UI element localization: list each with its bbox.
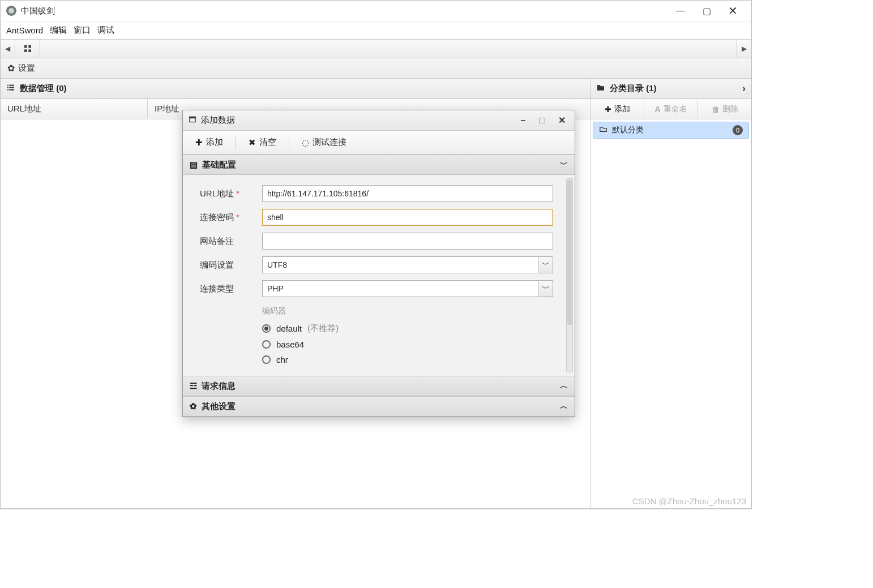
section-request-title: 请求信息 bbox=[202, 381, 236, 392]
chevron-down-icon: ﹀ bbox=[538, 281, 553, 297]
dialog-maximize-button[interactable]: □ bbox=[535, 115, 550, 126]
svg-rect-12 bbox=[190, 117, 196, 118]
category-list: 默认分类 0 bbox=[590, 119, 751, 508]
encoders-title: 编码器 bbox=[262, 306, 563, 316]
svg-rect-4 bbox=[28, 49, 31, 52]
folder-icon bbox=[596, 83, 605, 94]
menu-window[interactable]: 窗口 bbox=[74, 25, 91, 36]
chevron-up-icon: ︿ bbox=[560, 381, 568, 391]
dialog-minimize-button[interactable]: – bbox=[516, 115, 530, 126]
chevron-right-icon[interactable]: › bbox=[742, 83, 746, 95]
encoder-option-default[interactable]: default (不推荐) bbox=[262, 323, 563, 334]
folder-open-icon bbox=[599, 125, 607, 135]
gear-icon: ✿ bbox=[7, 63, 15, 74]
category-item-default[interactable]: 默认分类 0 bbox=[593, 122, 749, 139]
svg-rect-5 bbox=[7, 85, 8, 86]
form-scrollbar[interactable] bbox=[566, 178, 573, 372]
dialog-close-button[interactable]: ✕ bbox=[554, 115, 569, 126]
plus-circle-icon: ✚ bbox=[195, 138, 203, 148]
category-item-label: 默认分类 bbox=[612, 125, 644, 135]
url-label: URL地址* bbox=[200, 188, 262, 199]
trash-icon: 🗑 bbox=[712, 105, 720, 114]
font-icon: A bbox=[654, 105, 660, 114]
category-add-button[interactable]: ✚ 添加 bbox=[590, 99, 644, 119]
section-request-header[interactable]: ☲ 请求信息 ︿ bbox=[183, 376, 575, 396]
add-data-dialog: 添加数据 – □ ✕ ✚ 添加 ✖ 清空 ◌ 测试连接 ▤ 基础配置 ﹀ URL… bbox=[182, 110, 575, 417]
encoder-base64-label: base64 bbox=[276, 340, 304, 349]
tab-home[interactable] bbox=[15, 40, 40, 58]
tab-nav-left[interactable]: ◀ bbox=[1, 40, 15, 58]
tabs-row: ◀ ▶ bbox=[1, 39, 751, 58]
chevron-down-icon: ﹀ bbox=[538, 257, 553, 273]
svg-rect-6 bbox=[9, 85, 14, 86]
category-delete-button: 🗑 删除 bbox=[698, 99, 751, 119]
note-input[interactable] bbox=[262, 233, 553, 250]
globe-icon: ☲ bbox=[190, 381, 197, 391]
svg-rect-3 bbox=[24, 49, 27, 52]
encode-label: 编码设置 bbox=[200, 260, 262, 271]
menubar: AntSword 编辑 窗口 调试 bbox=[1, 21, 751, 39]
settings-bar[interactable]: ✿ 设置 bbox=[1, 58, 751, 79]
row-encode: 编码设置 UTF8 ﹀ bbox=[200, 256, 563, 273]
section-other-header[interactable]: ✿ 其他设置 ︿ bbox=[183, 396, 575, 417]
svg-rect-8 bbox=[9, 87, 14, 88]
svg-rect-1 bbox=[24, 45, 27, 48]
svg-rect-9 bbox=[7, 89, 8, 91]
type-select[interactable]: PHP ﹀ bbox=[262, 280, 553, 297]
category-rename-label: 重命名 bbox=[664, 104, 687, 114]
menu-debug[interactable]: 调试 bbox=[97, 25, 114, 36]
plus-icon: ✚ bbox=[605, 105, 611, 114]
menu-edit[interactable]: 编辑 bbox=[50, 25, 67, 36]
dialog-title: 添加数据 bbox=[201, 115, 235, 126]
data-panel-header: 数据管理 (0) bbox=[1, 79, 590, 99]
category-count-badge: 0 bbox=[733, 125, 743, 135]
svg-rect-7 bbox=[7, 87, 8, 88]
note-label: 网站备注 bbox=[200, 236, 262, 247]
dialog-titlebar: 添加数据 – □ ✕ bbox=[183, 110, 575, 131]
section-other-title: 其他设置 bbox=[202, 401, 236, 412]
app-icon bbox=[6, 6, 16, 16]
gears-icon: ✿ bbox=[190, 401, 197, 411]
grid-icon bbox=[23, 44, 32, 53]
row-type: 连接类型 PHP ﹀ bbox=[200, 280, 563, 297]
url-input[interactable] bbox=[262, 185, 553, 202]
dialog-add-button[interactable]: ✚ 添加 bbox=[189, 134, 230, 151]
encode-select[interactable]: UTF8 ﹀ bbox=[262, 256, 553, 273]
password-input[interactable] bbox=[262, 209, 553, 226]
settings-label: 设置 bbox=[18, 63, 35, 74]
window-title: 中国蚁剑 bbox=[21, 6, 55, 16]
watermark: CSDN @Zhou-Zhou_zhou123 bbox=[632, 496, 746, 506]
maximize-button[interactable]: ▢ bbox=[694, 1, 720, 21]
category-rename-button: A 重命名 bbox=[644, 99, 698, 119]
data-panel-title: 数据管理 (0) bbox=[20, 83, 67, 94]
row-password: 连接密码* bbox=[200, 209, 563, 226]
encoder-option-chr[interactable]: chr bbox=[262, 355, 563, 364]
dialog-add-label: 添加 bbox=[206, 137, 223, 148]
dialog-toolbar: ✚ 添加 ✖ 清空 ◌ 测试连接 bbox=[183, 131, 575, 154]
minimize-button[interactable]: ― bbox=[667, 1, 694, 21]
radio-icon bbox=[262, 324, 271, 333]
encoder-default-label: default bbox=[276, 324, 302, 333]
basic-form: URL地址* 连接密码* 网站备注 编码设置 UTF8 ﹀ 连接类型 bbox=[183, 175, 575, 376]
row-url: URL地址* bbox=[200, 185, 563, 202]
svg-rect-2 bbox=[28, 45, 31, 48]
encoder-option-base64[interactable]: base64 bbox=[262, 340, 563, 349]
row-note: 网站备注 bbox=[200, 233, 563, 250]
x-icon: ✖ bbox=[249, 138, 256, 148]
dialog-clear-label: 清空 bbox=[259, 137, 276, 148]
category-toolbar: ✚ 添加 A 重命名 🗑 删除 bbox=[590, 99, 751, 119]
close-button[interactable]: ✕ bbox=[720, 1, 746, 21]
dialog-test-button[interactable]: ◌ 测试连接 bbox=[295, 134, 353, 151]
menu-antsword[interactable]: AntSword bbox=[6, 25, 43, 35]
tab-nav-right[interactable]: ▶ bbox=[737, 40, 751, 58]
scrollbar-thumb[interactable] bbox=[567, 180, 572, 325]
col-url[interactable]: URL地址 bbox=[1, 99, 148, 119]
radio-icon bbox=[262, 340, 271, 349]
chevron-up-icon: ︿ bbox=[560, 401, 568, 411]
dialog-clear-button[interactable]: ✖ 清空 bbox=[242, 134, 283, 151]
type-label: 连接类型 bbox=[200, 284, 262, 294]
tab-strip bbox=[40, 40, 737, 58]
section-basic-header[interactable]: ▤ 基础配置 ﹀ bbox=[183, 154, 575, 175]
dialog-test-label: 测试连接 bbox=[313, 137, 346, 148]
radio-icon bbox=[262, 355, 271, 364]
